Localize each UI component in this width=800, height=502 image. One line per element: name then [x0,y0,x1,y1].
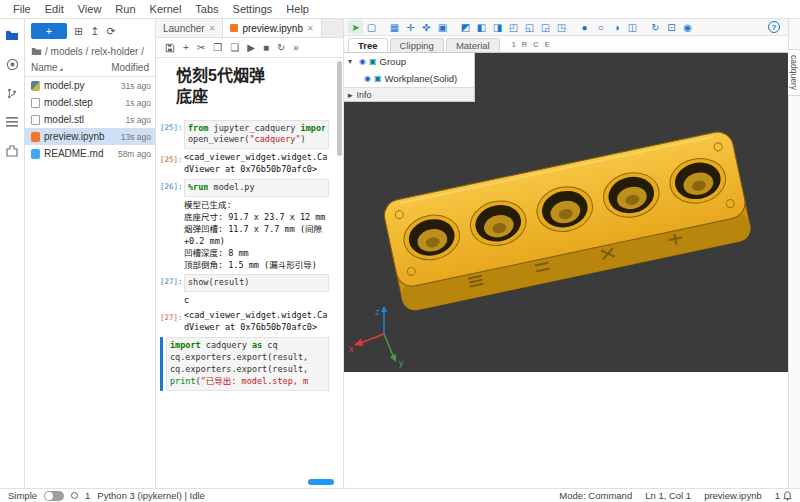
save-icon[interactable] [165,43,175,53]
expand-all-button[interactable]: E [545,40,550,49]
breadcrumb-path[interactable]: / models / relx-holder / [45,46,144,57]
git-icon[interactable] [4,85,20,101]
notebook-content[interactable]: 悦刻5代烟弹底座 [25]: from jupyter_cadquery imp… [156,58,343,488]
mesh-toggle-icon[interactable]: ▣ [374,74,382,83]
view-front-icon[interactable]: ◧ [474,20,489,34]
running-sessions-icon[interactable] [4,56,20,72]
menu-edit[interactable]: Edit [38,3,71,15]
reset-view-icon[interactable]: ↻ [648,20,663,34]
active-code-cell[interactable]: import cadquery as cq cq.exporters.expor… [160,337,335,391]
view-bottom-icon[interactable]: ◱ [522,20,537,34]
cursor-position[interactable]: Ln 1, Col 1 [645,490,691,501]
sidebar-tab-cadquery[interactable]: cadquery [788,49,800,96]
menu-run[interactable]: Run [108,3,142,15]
wireframe-mode-icon[interactable]: ○ [593,20,608,34]
refresh-icon[interactable]: ⟳ [106,26,115,37]
code-input[interactable]: from jupyter_cadquery import open_viewer… [184,120,329,150]
screenshot-icon[interactable]: ◉ [680,20,695,34]
menu-kernel[interactable]: Kernel [143,3,189,15]
new-launcher-button[interactable]: + [31,23,67,39]
collapse-all-button[interactable]: C [533,40,538,49]
axes-toggle-icon[interactable]: ✛ [403,20,418,34]
new-folder-icon[interactable]: ⊞ [74,26,83,37]
fit-view-icon[interactable]: ⊡ [664,20,679,34]
upload-icon[interactable]: ↥ [90,26,99,37]
close-icon[interactable]: ✕ [307,24,314,33]
horizontal-scrollbar-thumb[interactable] [308,479,334,485]
file-row-selected[interactable]: preview.ipynb 13s ago [25,128,155,145]
extensions-icon[interactable] [4,143,20,159]
vertical-scrollbar-thumb[interactable] [337,61,342,156]
code-cell[interactable]: [25]: from jupyter_cadquery import open_… [160,120,335,150]
editor-mode[interactable]: Mode: Command [559,490,632,501]
visibility-eye-icon[interactable]: ◉ [359,57,366,66]
kernel-status[interactable]: Python 3 (ipykernel) | Idle [97,490,205,501]
copy-cells-icon[interactable]: ❐ [213,43,222,53]
cad-tree-panel: ▾ ◉ ▣ Group ◉ ▣ Workplane(Solid) ▸ Info [344,53,475,102]
interrupt-kernel-icon[interactable]: ■ [263,43,269,53]
code-input[interactable]: import cadquery as cq cq.exporters.expor… [166,337,329,391]
menu-settings[interactable]: Settings [226,3,280,15]
add-cell-icon[interactable]: + [183,43,189,53]
visibility-eye-icon[interactable]: ◉ [364,74,371,83]
menu-view[interactable]: View [71,3,109,15]
tree-node-workplane[interactable]: ◉ ▣ Workplane(Solid) [344,70,474,87]
markdown-title-cell[interactable]: 悦刻5代烟弹底座 [176,66,276,108]
help-icon[interactable]: ? [768,21,780,33]
file-row[interactable]: model.step 1s ago [25,94,155,111]
file-browser-icon[interactable] [4,27,20,43]
simple-mode-toggle[interactable] [44,491,64,501]
tab-clipping[interactable]: Clipping [390,38,444,52]
code-cell[interactable]: [26]: %run model.py [160,179,335,197]
menu-help[interactable]: Help [279,3,316,15]
run-cell-icon[interactable]: ▶ [247,43,255,53]
file-row[interactable]: model.py 31s ago [25,77,155,94]
code-input[interactable]: %run model.py [184,179,329,197]
view-left-icon[interactable]: ◲ [538,20,553,34]
code-token: from [188,123,208,133]
restart-run-all-icon[interactable]: » [293,43,299,53]
view-iso-icon[interactable]: ◩ [458,20,473,34]
mesh-toggle-icon[interactable]: ▣ [369,57,377,66]
view-right-icon[interactable]: ◳ [554,20,569,34]
tab-preview-ipynb[interactable]: preview.ipynb ✕ [223,19,321,37]
menu-tabs[interactable]: Tabs [188,3,225,15]
code-cell[interactable]: [27]: show(result) [160,274,335,292]
breadcrumb[interactable]: / models / relx-holder / [25,43,155,60]
code-input[interactable]: show(result) [184,274,329,292]
caret-down-icon[interactable]: ▾ [348,57,356,66]
column-modified[interactable]: Modified [111,62,149,73]
info-section-header[interactable]: ▸ Info [344,87,474,101]
tab-tree[interactable]: Tree [348,38,388,52]
bell-icon[interactable] [783,491,792,501]
tab-launcher[interactable]: Launcher ✕ [156,19,223,37]
column-name[interactable]: Name▴ [31,62,111,73]
cad-viewport[interactable]: z x y ▾ ◉ ▣ Group ◉ ▣ Workplan [344,53,788,372]
paste-cells-icon[interactable]: ❏ [230,43,239,53]
view-top-icon[interactable]: ◰ [506,20,521,34]
cad-viewer-panel: ➤ ▢ ▦ ✛ ✜ ▣ ◩ ◧ ◨ ◰ ◱ ◲ ◳ ● ○ ◑ ◫ ↻ ⊡ ◉ … [344,19,788,488]
file-row[interactable]: model.stl 1s ago [25,111,155,128]
grid-toggle-icon[interactable]: ▦ [387,20,402,34]
view-back-icon[interactable]: ◨ [490,20,505,34]
tree-node-group[interactable]: ▾ ◉ ▣ Group [344,53,474,70]
table-of-contents-icon[interactable] [4,114,20,130]
menu-file[interactable]: File [6,3,38,15]
axes0-toggle-icon[interactable]: ✜ [419,20,434,34]
box-select-tool-icon[interactable]: ▢ [364,20,379,34]
file-row[interactable]: README.md 58m ago [25,145,155,162]
notification-count[interactable]: 1 [775,490,780,501]
cut-cells-icon[interactable]: ✂ [197,43,205,53]
file-list: model.py 31s ago model.step 1s ago model… [25,77,155,162]
expand-level-1-button[interactable]: 1 [512,40,516,49]
shaded-mode-icon[interactable]: ● [577,20,592,34]
kernel-count[interactable]: 1 [85,490,90,501]
tab-material[interactable]: Material [446,38,500,52]
ortho-toggle-icon[interactable]: ▣ [435,20,450,34]
close-icon[interactable]: ✕ [209,24,216,33]
transparency-toggle-icon[interactable]: ◑ [609,20,624,34]
select-tool-icon[interactable]: ➤ [348,20,363,34]
restart-kernel-icon[interactable]: ↻ [277,43,285,53]
expand-root-button[interactable]: R [522,40,527,49]
black-edges-toggle-icon[interactable]: ◫ [625,20,640,34]
